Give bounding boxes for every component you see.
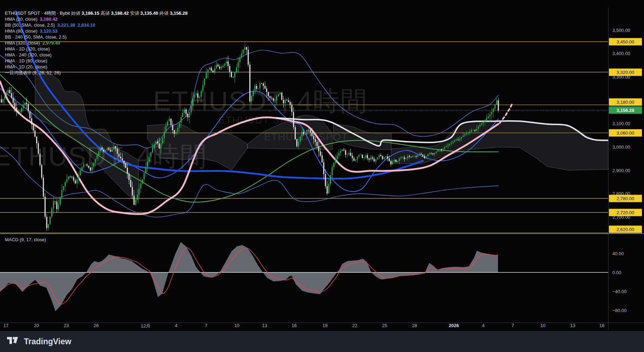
time-axis-label[interactable]: 26 (94, 323, 99, 328)
tradingview-logo-icon[interactable] (7, 337, 20, 346)
legend-indicator-row[interactable]: HMA · 1D (80, close) (5, 58, 188, 64)
macd-axis-label[interactable]: −80.00 (612, 308, 626, 313)
time-axis-label[interactable]: 13 (570, 323, 575, 328)
legend-indicator-row[interactable]: HMA (320, close)2,979.40 (5, 40, 188, 46)
time-axis-label[interactable]: 16 (599, 323, 604, 328)
time-axis-label[interactable]: 20 (34, 323, 39, 328)
indicator-name: HMA (20, close) (5, 16, 37, 22)
time-axis-label[interactable]: 10 (540, 323, 545, 328)
watermark-text: ETHUSDT SPOT (218, 115, 303, 126)
ohlc-value: 終値 (158, 11, 169, 16)
ohlc-value: 3,186.15 (80, 11, 99, 16)
price-level-badge: 3,060.00 (609, 129, 642, 137)
indicator-value: 3,221.38 (57, 22, 75, 28)
indicator-name: HMA (320, close) (5, 40, 40, 46)
indicator-legend[interactable]: ETHUSDT SPOT · 4時間 · Bybit 始値 3,186.15 高… (5, 10, 188, 76)
time-axis-label[interactable]: 25 (382, 323, 387, 328)
ohlc-value: 安値 (129, 11, 139, 16)
time-axis-label[interactable]: 23 (64, 323, 69, 328)
legend-indicator-row[interactable]: HMA · 1D (320, close) (5, 46, 188, 52)
indicator-name: 一目均衡表® (9, 26, 52, 26) (5, 70, 61, 75)
legend-indicator-row[interactable]: 一目均衡表® (9, 26, 52, 26) (5, 70, 188, 76)
time-axis-label[interactable]: 2026 (449, 323, 459, 328)
legend-indicator-row[interactable]: HMA (80, close)3,120.53 (5, 28, 188, 34)
price-level-badge: 3,450.00 (609, 38, 642, 46)
indicator-name: HMA (80, close) (5, 28, 37, 34)
price-level-badge: 2,720.00 (609, 209, 642, 216)
time-axis-label[interactable]: 17 (4, 323, 8, 328)
time-axis-label[interactable]: 7 (511, 323, 514, 328)
indicator-name: HMA · 1D (320, close) (5, 46, 50, 52)
legend-indicator-row[interactable]: HMA · 1D (20, close) (5, 64, 188, 70)
time-axis-label[interactable]: 7 (205, 323, 207, 328)
indicator-value: 3,120.53 (40, 28, 58, 34)
macd-axis-label[interactable]: 0.00 (612, 270, 621, 275)
indicator-value: 2,979.40 (42, 40, 60, 46)
ohlc-value: 3,135.40 (139, 11, 158, 16)
indicator-name: HMA · 1D (20, close) (5, 64, 47, 69)
indicator-value: 2,834.10 (78, 22, 95, 28)
symbol-description: ETHUSDT SPOT · 4時間 · Bybit (5, 11, 70, 16)
price-axis-label[interactable]: 3,500.00 (612, 28, 630, 33)
time-axis-label[interactable]: 4 (482, 323, 484, 328)
time-axis-label[interactable]: 19 (323, 323, 327, 328)
indicator-name: HMA · 240 (320, close) (5, 52, 52, 57)
price-level-badge: 2,780.00 (609, 195, 642, 202)
legend-indicator-row[interactable]: HMA · 240 (320, close) (5, 52, 188, 58)
price-axis-label[interactable]: 3,100.00 (612, 121, 630, 126)
tradingview-published-chart: 1月 05, 2026 16:10 UTC+9、 takatabaがTradin… (0, 0, 644, 352)
ohlc-value: 3,156.28 (168, 11, 187, 16)
macd-pane-title[interactable]: MACD (9, 17, close) (5, 237, 46, 242)
time-axis-label[interactable]: 22 (352, 323, 357, 328)
price-level-badge: 3,320.00 (609, 69, 642, 76)
ohlc-value: 3,188.42 (110, 11, 129, 16)
legend-indicator-row[interactable]: BB · 240 (50, SMA, close, 2.5) (5, 34, 188, 40)
price-level-badge: 2,620.00 (609, 226, 642, 233)
price-axis-label[interactable]: 3,000.00 (612, 144, 630, 150)
time-axis-label[interactable]: 12月 (141, 323, 150, 329)
watermark-text: ETHUSDT SPOT (264, 131, 348, 143)
watermark-text: ETHUSDT, 4時間 (0, 139, 207, 175)
price-axis-label[interactable]: 2,900.00 (612, 168, 630, 173)
indicator-name: BB · 240 (50, SMA, close, 2.5) (5, 34, 67, 40)
watermark-text: ETHUSDT, 4時間 (153, 83, 368, 120)
indicator-name: HMA · 1D (80, close) (5, 58, 47, 63)
legend-indicator-row[interactable]: BB (50, SMA, close, 2.5)3,221.382,834.10 (5, 22, 188, 28)
macd-axis-label[interactable]: 40.00 (612, 251, 624, 256)
last-price-badge: 3,156.28 (609, 107, 642, 114)
legend-title-row[interactable]: ETHUSDT SPOT · 4時間 · Bybit 始値 3,186.15 高… (5, 10, 188, 16)
macd-axis-label[interactable]: −40.00 (612, 289, 626, 294)
time-axis-label[interactable]: 28 (412, 323, 417, 328)
time-axis-label[interactable]: 16 (292, 323, 297, 328)
tradingview-brand-text[interactable]: TradingView (24, 337, 71, 346)
price-axis-label[interactable]: 3,400.00 (612, 51, 630, 56)
time-axis-label[interactable]: 13 (262, 323, 267, 328)
ohlc-value: 高値 (99, 11, 110, 16)
indicator-name: BB (50, SMA, close, 2.5) (5, 22, 55, 28)
price-level-badge: 3,180.00 (609, 99, 642, 106)
time-axis-label[interactable]: 4 (175, 323, 177, 328)
time-axis-label[interactable]: 10 (234, 323, 239, 328)
ohlc-value: 始値 (70, 11, 80, 16)
bottom-toolbar: TradingView (0, 331, 644, 352)
indicator-value: 3,160.42 (40, 16, 58, 22)
legend-indicator-row[interactable]: HMA (20, close)3,160.42 (5, 16, 188, 22)
